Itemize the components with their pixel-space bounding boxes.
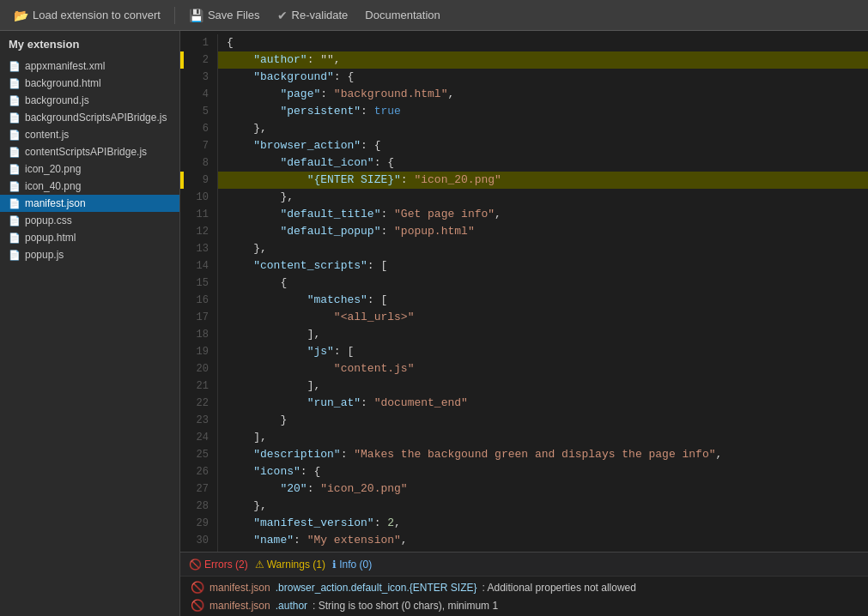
- line-number-5: 5: [184, 103, 218, 120]
- sidebar-item-popup-html[interactable]: 📄popup.html: [0, 229, 179, 246]
- line-number-3: 3: [184, 69, 218, 86]
- sidebar-item-background-js[interactable]: 📄background.js: [0, 92, 179, 109]
- html-file-icon: 📄: [9, 233, 21, 244]
- sidebar-item-popup-js[interactable]: 📄popup.js: [0, 246, 179, 263]
- code-line-30: 30 "name": "My extension",: [180, 532, 868, 549]
- sidebar-item-popup-css[interactable]: 📄popup.css: [0, 212, 179, 229]
- line-number-7: 7: [184, 137, 218, 154]
- sidebar-item-background-html[interactable]: 📄background.html: [0, 75, 179, 92]
- line-number-17: 17: [184, 309, 218, 326]
- info-count: ℹ Info (0): [332, 559, 372, 571]
- code-line-10: 10 },: [180, 189, 868, 206]
- separator-1: [174, 7, 175, 24]
- code-line-21: 21 ],: [180, 377, 868, 395]
- xml-file-icon: 📄: [9, 61, 21, 72]
- json-file-icon: 📄: [9, 198, 21, 209]
- load-extension-button[interactable]: 📂 Load extension to convert: [7, 5, 167, 26]
- code-line-11: 11 "default_title": "Get page info",: [180, 206, 868, 223]
- sidebar-item-label: backgroundScriptsAPIBridge.js: [25, 112, 167, 124]
- code-line-14: 14 "content_scripts": [: [180, 257, 868, 275]
- info-icon: ℹ: [332, 559, 337, 571]
- status-bar: 🚫 Errors (2) ⚠ Warnings (1) ℹ Info (0): [180, 552, 868, 576]
- line-content-11: "default_title": "Get page info",: [218, 206, 501, 223]
- code-line-5: 5 "persistent": true: [180, 103, 868, 120]
- line-content-1: {: [218, 34, 234, 51]
- line-content-6: },: [218, 120, 267, 137]
- sidebar-item-manifest-json[interactable]: 📄manifest.json: [0, 195, 179, 212]
- revalidate-button[interactable]: ✔ Re-validate: [270, 5, 355, 26]
- sidebar-item-label: background.js: [25, 94, 89, 106]
- line-number-12: 12: [184, 223, 218, 240]
- js-file-icon: 📄: [9, 130, 21, 141]
- line-content-12: "default_popup": "popup.html": [218, 223, 475, 240]
- sidebar-item-label: popup.js: [25, 249, 64, 261]
- save-icon: 💾: [189, 9, 203, 22]
- error-item: 🚫manifest.json.browser_action.default_ic…: [180, 578, 868, 596]
- error-icon: 🚫: [191, 599, 204, 612]
- js-file-icon: 📄: [9, 250, 21, 261]
- line-content-18: ],: [218, 326, 320, 343]
- sidebar-item-icon_20-png[interactable]: 📄icon_20.png: [0, 160, 179, 178]
- line-content-31: "permissions": [: [218, 549, 361, 552]
- error-list: 🚫manifest.json.browser_action.default_ic…: [180, 576, 868, 616]
- line-number-14: 14: [184, 257, 218, 275]
- line-content-10: },: [218, 189, 294, 206]
- warning-count: ⚠ Warnings (1): [255, 559, 325, 571]
- revalidate-icon: ✔: [277, 9, 288, 22]
- code-line-27: 27 "20": "icon_20.png": [180, 480, 868, 498]
- sidebar-item-contentScriptsAPIBridge-js[interactable]: 📄contentScriptsAPIBridge.js: [0, 143, 179, 160]
- line-number-30: 30: [184, 532, 218, 549]
- sidebar-item-backgroundScriptsAPIBridge-js[interactable]: 📄backgroundScriptsAPIBridge.js: [0, 109, 179, 126]
- line-content-25: "description": "Makes the backgound gree…: [218, 446, 722, 463]
- sidebar: My extension 📄appxmanifest.xml📄backgroun…: [0, 31, 180, 616]
- line-content-24: ],: [218, 429, 267, 446]
- error-path: .author: [276, 600, 307, 612]
- sidebar-item-label: icon_20.png: [25, 163, 81, 175]
- line-content-9: "{ENTER SIZE}": "icon_20.png": [218, 172, 501, 189]
- sidebar-item-appxmanifest-xml[interactable]: 📄appxmanifest.xml: [0, 57, 179, 75]
- save-files-button[interactable]: 💾 Save Files: [182, 5, 267, 26]
- js-file-icon: 📄: [9, 95, 21, 106]
- error-file: manifest.json: [209, 600, 270, 612]
- line-content-28: },: [218, 498, 267, 515]
- code-line-25: 25 "description": "Makes the backgound g…: [180, 446, 868, 463]
- main-layout: My extension 📄appxmanifest.xml📄backgroun…: [0, 31, 868, 616]
- line-number-27: 27: [184, 480, 218, 498]
- line-number-25: 25: [184, 446, 218, 463]
- sidebar-item-label: appxmanifest.xml: [25, 60, 105, 72]
- code-line-31: 31 "permissions": [: [180, 549, 868, 552]
- line-number-22: 22: [184, 395, 218, 412]
- html-file-icon: 📄: [9, 78, 21, 89]
- line-number-4: 4: [184, 86, 218, 103]
- code-line-1: 1{: [180, 34, 868, 51]
- code-line-8: 8 "default_icon": {: [180, 154, 868, 172]
- line-content-2: "author": "",: [218, 51, 341, 69]
- sidebar-item-icon_40-png[interactable]: 📄icon_40.png: [0, 178, 179, 195]
- sidebar-item-label: manifest.json: [25, 197, 86, 209]
- line-content-22: "run_at": "document_end": [218, 395, 468, 412]
- line-number-6: 6: [184, 120, 218, 137]
- editor-wrapper: 1{2 "author": "",3 "background": {4 "pag…: [180, 31, 868, 616]
- line-content-16: "matches": [: [218, 292, 387, 309]
- sidebar-item-label: popup.html: [25, 232, 76, 244]
- docs-button[interactable]: Documentation: [358, 5, 446, 25]
- line-number-18: 18: [184, 326, 218, 343]
- line-number-15: 15: [184, 275, 218, 292]
- code-line-23: 23 }: [180, 412, 868, 429]
- line-number-20: 20: [184, 360, 218, 377]
- code-editor[interactable]: 1{2 "author": "",3 "background": {4 "pag…: [180, 31, 868, 552]
- sidebar-item-label: popup.css: [25, 214, 72, 226]
- code-line-16: 16 "matches": [: [180, 292, 868, 309]
- line-number-26: 26: [184, 463, 218, 480]
- error-message: : Additional properties not allowed: [483, 582, 636, 594]
- line-content-15: {: [218, 275, 287, 292]
- sidebar-item-content-js[interactable]: 📄content.js: [0, 126, 179, 143]
- js-file-icon: 📄: [9, 112, 21, 124]
- toolbar: 📂 Load extension to convert 💾 Save Files…: [0, 0, 868, 31]
- sidebar-item-label: icon_40.png: [25, 180, 81, 192]
- error-icon: 🚫: [189, 559, 202, 571]
- code-line-28: 28 },: [180, 498, 868, 515]
- line-number-31: 31: [184, 549, 218, 552]
- code-line-19: 19 "js": [: [180, 343, 868, 360]
- code-line-3: 3 "background": {: [180, 69, 868, 86]
